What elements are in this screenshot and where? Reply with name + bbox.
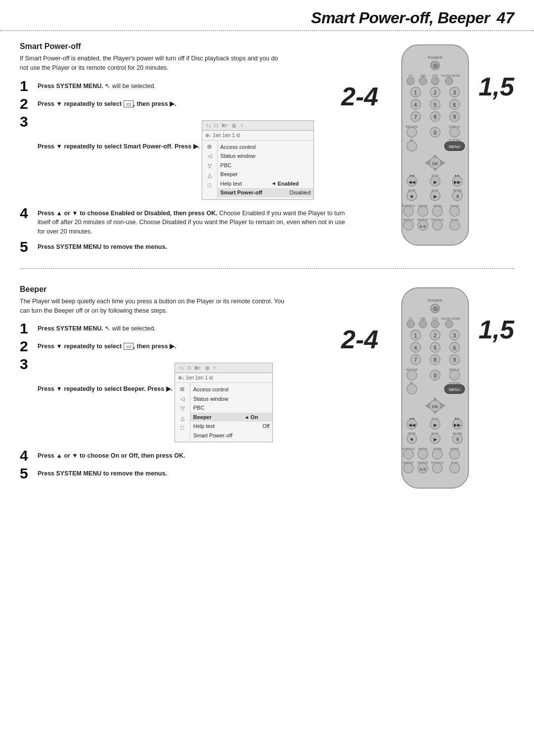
svg-point-90 bbox=[407, 320, 415, 328]
svg-point-72 bbox=[449, 206, 459, 216]
svg-point-163 bbox=[449, 463, 459, 473]
menu-body-1: ⊞ ◁ ▽ △ □ Access control Status window P… bbox=[202, 141, 314, 199]
section2-title: Beeper bbox=[20, 285, 346, 294]
badge2-15: 1,5 bbox=[479, 315, 514, 344]
step1-text2: will be selected. bbox=[112, 83, 156, 90]
step3-label: Press ▼ repeatedly to select Smart Power… bbox=[38, 143, 200, 150]
step3: 3 Press ▼ repeatedly to select Smart Pow… bbox=[20, 115, 346, 203]
s2-step3-content: Press ▼ repeatedly to select Beeper. Pre… bbox=[38, 358, 346, 445]
svg-text:0: 0 bbox=[434, 130, 437, 136]
svg-text:POWER: POWER bbox=[428, 55, 443, 60]
svg-text:▶▶: ▶▶ bbox=[454, 180, 461, 185]
menu2-subheader: ⊕↓ 1en 1en 1 st bbox=[175, 373, 272, 383]
svg-text:8: 8 bbox=[434, 357, 437, 363]
svg-text:DIM: DIM bbox=[420, 317, 426, 320]
svg-text:■: ■ bbox=[410, 194, 413, 199]
svg-point-32 bbox=[407, 127, 417, 137]
step1: 1 Press SYSTEM MENU. ↖ will be selected. bbox=[20, 80, 346, 94]
svg-point-120 bbox=[407, 384, 417, 394]
svg-text:▶▶: ▶▶ bbox=[454, 423, 461, 427]
section-divider bbox=[20, 268, 514, 269]
step3-num: 3 bbox=[20, 114, 38, 129]
svg-text:DIM: DIM bbox=[420, 74, 426, 77]
menu-row-5: Help text ◄ Enabled bbox=[218, 179, 314, 189]
svg-text:4: 4 bbox=[414, 102, 417, 108]
svg-text:▶: ▶ bbox=[434, 423, 437, 427]
page-number: 47 bbox=[496, 9, 514, 27]
svg-point-80 bbox=[432, 220, 442, 230]
menu2-header: ↑↓ □ in↑ ◎ ↑ bbox=[175, 363, 272, 373]
svg-text:SYSTEM: SYSTEM bbox=[449, 381, 460, 384]
svg-point-70 bbox=[418, 206, 428, 216]
mh1: ↑↓ bbox=[206, 122, 211, 129]
step2-num: 2 bbox=[20, 96, 38, 111]
s2-step5: 5 Press SYSTEM MENU to remove the menus. bbox=[20, 467, 346, 481]
mh5: ↑ bbox=[240, 122, 243, 129]
menu-row-4: Beeper bbox=[218, 170, 314, 179]
svg-text:SYSTEM: SYSTEM bbox=[449, 139, 460, 142]
svg-text:3: 3 bbox=[453, 90, 456, 95]
svg-point-9 bbox=[419, 77, 427, 85]
step1-content: Press SYSTEM MENU. ↖ will be selected. bbox=[38, 80, 346, 91]
svg-text:⏸: ⏸ bbox=[455, 194, 460, 199]
s2-step4: 4 Press ▲ or ▼ to choose On or Off, then… bbox=[20, 449, 346, 463]
step2-label: Press ▼ repeatedly to select ▭, then pre… bbox=[38, 100, 177, 107]
svg-text:5: 5 bbox=[434, 345, 437, 350]
menu-table-2: ↑↓ □ in↑ ◎ ↑ ⊕↓ 1en 1en 1 st bbox=[175, 363, 273, 442]
menu2-row-3: PBC bbox=[190, 403, 272, 413]
svg-text:A-B: A-B bbox=[420, 224, 426, 229]
s2-step1-content: Press SYSTEM MENU. ↖ will be selected. bbox=[38, 322, 346, 333]
section1-steps: 1 Press SYSTEM MENU. ↖ will be selected.… bbox=[20, 80, 346, 254]
menu2-row-4: Beeper ◄ On bbox=[190, 413, 272, 422]
menu-row-2: Status window bbox=[218, 151, 314, 161]
section2-steps: 1 Press SYSTEM MENU. ↖ will be selected.… bbox=[20, 322, 346, 481]
svg-text:9: 9 bbox=[453, 114, 456, 120]
svg-text:SOUND MODE: SOUND MODE bbox=[441, 74, 460, 77]
step5-num: 5 bbox=[20, 239, 38, 254]
svg-text:⏻: ⏻ bbox=[433, 63, 438, 68]
section2-right: 2-4 1,5 POWER ⏻ T-C DIM FTS SOUND MODE 1… bbox=[356, 285, 514, 497]
svg-text:T-C: T-C bbox=[408, 317, 413, 320]
menu-subheader: ⊕↓ 1en 1en 1 st bbox=[202, 131, 314, 141]
svg-point-159 bbox=[403, 463, 413, 473]
s2-step5-content: Press SYSTEM MENU to remove the menus. bbox=[38, 467, 346, 478]
step2: 2 Press ▼ repeatedly to select ▭, then p… bbox=[20, 97, 346, 111]
remote-svg-2: POWER ⏻ T-C DIM FTS SOUND MODE 1 2 3 4 5… bbox=[391, 285, 480, 497]
step4-num: 4 bbox=[20, 206, 38, 221]
svg-text:2: 2 bbox=[434, 90, 437, 95]
svg-point-153 bbox=[432, 449, 442, 459]
menu2-row-1: Access control bbox=[190, 385, 272, 394]
mh2: □ bbox=[215, 122, 218, 129]
svg-text:MENU: MENU bbox=[449, 387, 460, 392]
svg-text:8: 8 bbox=[434, 114, 437, 120]
svg-text:■: ■ bbox=[410, 437, 413, 442]
svg-text:POWER: POWER bbox=[428, 298, 443, 303]
svg-point-8 bbox=[407, 77, 415, 85]
svg-point-81 bbox=[449, 220, 459, 230]
svg-text:5: 5 bbox=[434, 102, 437, 108]
svg-text:6: 6 bbox=[453, 345, 456, 350]
svg-point-11 bbox=[445, 77, 453, 85]
step4-content: Press ▲ or ▼ to choose Enabled or Disabl… bbox=[38, 207, 346, 236]
menu-icons: ⊞ ◁ ▽ △ □ bbox=[202, 141, 218, 199]
menu-row-6: Smart Power-off Disabled bbox=[218, 188, 314, 197]
svg-text:OK: OK bbox=[432, 161, 438, 166]
s2-step1: 1 Press SYSTEM MENU. ↖ will be selected. bbox=[20, 322, 346, 336]
s2-step3-num: 3 bbox=[20, 357, 38, 372]
menu-table-1: ↑↓ □ in↑ ◎ ↑ ⊕↓ 1en 1en 1 st bbox=[202, 120, 314, 200]
menu2-row-6: Smart Power-off bbox=[190, 431, 272, 440]
step1-label: Press SYSTEM MENU. bbox=[38, 83, 103, 90]
menu-row-1: Access control bbox=[218, 142, 314, 152]
section-beeper: Beeper The Player will beep quietly each… bbox=[0, 274, 534, 502]
s2-step1-num: 1 bbox=[20, 321, 38, 336]
svg-text:⏻: ⏻ bbox=[433, 306, 438, 311]
menu2-rows: Access control Status window PBC Beeper … bbox=[190, 383, 272, 442]
section1-title: Smart Power-off bbox=[20, 42, 346, 51]
menu-header: ↑↓ □ in↑ ◎ ↑ bbox=[202, 121, 314, 131]
svg-text:7: 7 bbox=[414, 114, 417, 120]
svg-text:◀◀: ◀◀ bbox=[408, 423, 415, 427]
svg-point-152 bbox=[418, 449, 428, 459]
section2-desc: The Player will beep quietly each time y… bbox=[20, 297, 287, 316]
svg-text:A-B: A-B bbox=[420, 467, 426, 471]
section1-right: 2-4 1,5 POWER ⏻ T-C DIM FTS SOUND MODE 1… bbox=[356, 42, 514, 258]
